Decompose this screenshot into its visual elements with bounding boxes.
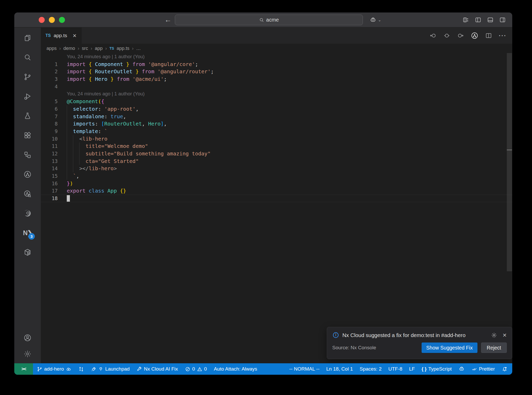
language-mode-status[interactable]: { } TypeScript: [422, 366, 452, 372]
search-value: acme: [266, 17, 279, 23]
code-row[interactable]: 17export class App {}: [41, 187, 512, 195]
copilot-menu[interactable]: ⌄: [370, 12, 381, 27]
line-number: 15: [41, 172, 67, 180]
git-branch-status[interactable]: add-hero: [37, 366, 71, 372]
code-row[interactable]: 13 cta="Get Started": [41, 157, 512, 165]
more-actions-icon[interactable]: ···: [499, 32, 507, 39]
copilot-icon: [458, 366, 465, 372]
code-row[interactable]: 2import { RouterOutlet } from '@angular/…: [41, 68, 512, 75]
toggle-secondary-sidebar-icon[interactable]: [499, 16, 506, 23]
code-row[interactable]: 12 subtitle="Build something amazing tod…: [41, 150, 512, 157]
line-number: 4: [41, 83, 67, 90]
blame-row[interactable]: You, 24 minutes ago | 1 author (You): [41, 53, 512, 61]
breadcrumb-item[interactable]: app: [95, 46, 103, 51]
code-row[interactable]: 4: [41, 83, 512, 90]
line-number: 10: [41, 135, 67, 143]
notification-close-icon[interactable]: ✕: [502, 332, 507, 338]
git-compare-status[interactable]: [78, 366, 84, 372]
nx-console-badge: 3: [28, 233, 35, 240]
explorer-icon[interactable]: [23, 34, 32, 42]
copilot-status[interactable]: [458, 366, 465, 372]
code-editor[interactable]: You, 24 minutes ago | 1 author (You)1imp…: [41, 53, 512, 202]
code-row[interactable]: 8 imports: [RouterOutlet, Hero],: [41, 120, 512, 128]
line-number: [41, 53, 67, 61]
breadcrumb-symbol-ellipsis[interactable]: …: [136, 46, 141, 51]
code-row[interactable]: 11 title="Welcmoe demo": [41, 142, 512, 150]
code-row[interactable]: 1import { Component } from '@angular/cor…: [41, 61, 512, 68]
breadcrumb-file[interactable]: app.ts: [117, 46, 129, 51]
line-number: 7: [41, 113, 67, 120]
code-row[interactable]: 16}): [41, 180, 512, 187]
navigate-forward-icon[interactable]: [457, 32, 464, 39]
command-center-search[interactable]: acme: [175, 15, 363, 25]
error-circle-icon: [185, 366, 190, 372]
formatter-status[interactable]: Prettier: [471, 366, 495, 372]
indent-guide: [67, 157, 67, 165]
tab-app-ts[interactable]: TS app.ts ✕: [41, 28, 82, 44]
show-suggested-fix-button[interactable]: Show Suggested Fix: [422, 343, 477, 353]
code-row[interactable]: 9 template: `: [41, 128, 512, 135]
breadcrumb-item[interactable]: demo: [63, 46, 75, 51]
code-row[interactable]: 18: [41, 195, 512, 202]
nx-cloud-ai-fix-status[interactable]: Nx Cloud AI Fix: [137, 366, 178, 372]
breadcrumb-item[interactable]: src: [82, 46, 88, 51]
source-control-icon[interactable]: [23, 73, 32, 81]
code-row[interactable]: 7 standalone: true,: [41, 113, 512, 120]
settings-gear-icon[interactable]: [23, 350, 32, 358]
customize-layout-icon[interactable]: [462, 16, 469, 23]
nx-console-icon[interactable]: N❯ 3: [23, 229, 32, 237]
code-row[interactable]: 3import { Hero } from '@acme/ui';: [41, 75, 512, 83]
extensions-icon[interactable]: [23, 131, 32, 140]
close-window-button[interactable]: [39, 17, 45, 23]
line-number: 18: [41, 195, 67, 202]
editor-group: TS app.ts ✕ ··· apps › demo › src › app …: [41, 28, 512, 363]
navigate-back-icon[interactable]: [429, 32, 437, 39]
launchpad-status[interactable]: Launchpad: [91, 366, 130, 372]
encoding-status[interactable]: UTF-8: [388, 366, 402, 372]
problems-status[interactable]: 0 0: [185, 366, 207, 372]
indentation-status[interactable]: Spaces: 2: [360, 366, 382, 372]
run-debug-icon[interactable]: [23, 92, 32, 101]
eol-status[interactable]: LF: [409, 366, 415, 372]
vim-mode-status[interactable]: -- NORMAL --: [289, 366, 320, 372]
vim-block-cursor: [67, 195, 70, 202]
edge-devtools-icon[interactable]: [23, 209, 32, 218]
minimize-window-button[interactable]: [49, 17, 55, 23]
testing-icon[interactable]: [23, 112, 32, 120]
toggle-panel-icon[interactable]: [487, 16, 494, 23]
line-number: 6: [41, 105, 67, 113]
split-editor-icon[interactable]: [485, 32, 492, 39]
indent-guide: [67, 105, 67, 113]
nx-run-target-icon[interactable]: [471, 32, 478, 40]
blame-annotation: You, 24 minutes ago | 1 author (You): [67, 53, 512, 61]
references-hierarchy-icon[interactable]: [23, 151, 32, 159]
code-row[interactable]: 10 <lib-hero: [41, 135, 512, 143]
search-icon: [259, 17, 264, 23]
toggle-primary-sidebar-icon[interactable]: [475, 16, 482, 23]
editor-scrollbar[interactable]: [507, 53, 512, 271]
containers-icon[interactable]: [23, 248, 32, 256]
accounts-icon[interactable]: [23, 334, 32, 342]
cursor-position-status[interactable]: Ln 18, Col 1: [326, 366, 353, 372]
zoom-window-button[interactable]: [59, 17, 65, 23]
remote-indicator[interactable]: ><: [14, 363, 33, 375]
code-row[interactable]: 15 `,: [41, 172, 512, 180]
nx-graph-search-icon[interactable]: [23, 190, 32, 198]
navigate-position-icon[interactable]: [443, 32, 450, 39]
code-line: imports: [RouterOutlet, Hero],: [67, 120, 512, 128]
rocket-icon: [91, 366, 96, 372]
auto-attach-status[interactable]: Auto Attach: Always: [214, 366, 257, 372]
notification-settings-gear-icon[interactable]: [491, 332, 497, 338]
code-line: <lib-hero: [67, 135, 512, 143]
breadcrumb-item[interactable]: apps: [46, 46, 57, 51]
navigate-back-arrow-icon[interactable]: ←: [164, 16, 171, 24]
blame-row[interactable]: You, 24 minutes ago | 1 author (You): [41, 90, 512, 98]
close-tab-icon[interactable]: ✕: [72, 33, 77, 39]
nx-project-graph-icon[interactable]: [23, 170, 32, 179]
code-row[interactable]: 6 selector: 'app-root',: [41, 105, 512, 113]
notifications-bell[interactable]: [502, 366, 508, 372]
search-icon[interactable]: [23, 53, 32, 62]
code-row[interactable]: 14 ></lib-hero>: [41, 165, 512, 172]
code-row[interactable]: 5@Component({: [41, 98, 512, 105]
reject-button[interactable]: Reject: [481, 343, 507, 353]
